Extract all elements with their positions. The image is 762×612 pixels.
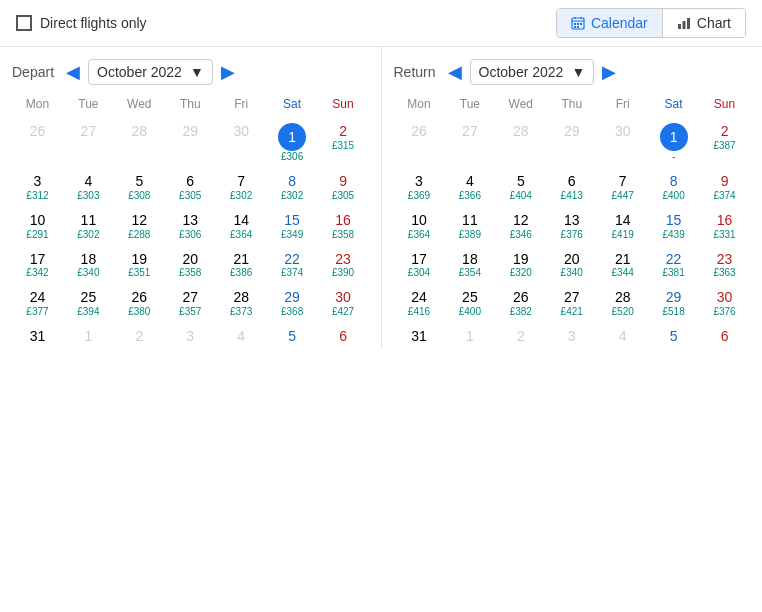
calendar-day[interactable]: 16£331 <box>699 208 750 245</box>
calendar-day[interactable]: 12£288 <box>114 208 165 245</box>
calendar-day[interactable]: 25£394 <box>63 285 114 322</box>
calendar-day[interactable]: 18£354 <box>444 247 495 284</box>
calendar-day[interactable]: 6£413 <box>546 169 597 206</box>
calendar-day[interactable]: 1- <box>648 119 699 167</box>
calendar-day[interactable]: 2£387 <box>699 119 750 167</box>
calendar-day[interactable]: 23£390 <box>318 247 369 284</box>
day-number: 29 <box>548 123 595 140</box>
day-number: 14 <box>599 212 646 229</box>
depart-next-month[interactable]: ▶ <box>219 61 237 83</box>
calendar-day[interactable]: 3£312 <box>12 169 63 206</box>
direct-flights-checkbox[interactable] <box>16 15 32 31</box>
calendar-day[interactable]: 3 <box>546 324 597 349</box>
calendar-day[interactable]: 27 <box>63 119 114 167</box>
calendar-day[interactable]: 1£306 <box>267 119 318 167</box>
calendar-day[interactable]: 11£302 <box>63 208 114 245</box>
calendar-day[interactable]: 18£340 <box>63 247 114 284</box>
calendar-day[interactable]: 27£421 <box>546 285 597 322</box>
return-prev-month[interactable]: ◀ <box>446 61 464 83</box>
calendar-day[interactable]: 17£304 <box>394 247 445 284</box>
calendar-day[interactable]: 19£351 <box>114 247 165 284</box>
calendar-day[interactable]: 21£344 <box>597 247 648 284</box>
calendar-day[interactable]: 15£439 <box>648 208 699 245</box>
calendar-day[interactable]: 31 <box>12 324 63 349</box>
calendar-day[interactable]: 11£389 <box>444 208 495 245</box>
calendar-day[interactable]: 16£358 <box>318 208 369 245</box>
calendar-day[interactable]: 2 <box>114 324 165 349</box>
day-number: 26 <box>497 289 544 306</box>
calendar-day[interactable]: 30£427 <box>318 285 369 322</box>
calendar-day[interactable]: 7£302 <box>216 169 267 206</box>
direct-flights-option[interactable]: Direct flights only <box>16 15 147 31</box>
calendar-day[interactable]: 2 <box>495 324 546 349</box>
calendar-day[interactable]: 30 <box>216 119 267 167</box>
calendar-day[interactable]: 30 <box>597 119 648 167</box>
calendar-day[interactable]: 3£369 <box>394 169 445 206</box>
depart-prev-month[interactable]: ◀ <box>64 61 82 83</box>
calendar-day[interactable]: 27 <box>444 119 495 167</box>
calendar-day[interactable]: 12£346 <box>495 208 546 245</box>
calendar-day[interactable]: 29£518 <box>648 285 699 322</box>
calendar-day[interactable]: 24£377 <box>12 285 63 322</box>
calendar-day[interactable]: 22£374 <box>267 247 318 284</box>
depart-month-select[interactable]: October 2022 ▼ <box>88 59 213 85</box>
calendar-day[interactable]: 9£305 <box>318 169 369 206</box>
calendar-day[interactable]: 1 <box>63 324 114 349</box>
calendar-day[interactable]: 4£303 <box>63 169 114 206</box>
calendar-view-button[interactable]: Calendar <box>557 9 663 37</box>
calendar-day[interactable]: 5£404 <box>495 169 546 206</box>
calendar-day[interactable]: 23£363 <box>699 247 750 284</box>
calendar-day[interactable]: 3 <box>165 324 216 349</box>
calendar-day[interactable]: 26£382 <box>495 285 546 322</box>
calendar-day[interactable]: 22£381 <box>648 247 699 284</box>
calendar-day[interactable]: 29£368 <box>267 285 318 322</box>
calendar-day[interactable]: 14£364 <box>216 208 267 245</box>
calendar-day[interactable]: 28£373 <box>216 285 267 322</box>
calendar-day[interactable]: 15£349 <box>267 208 318 245</box>
calendar-day[interactable]: 29 <box>546 119 597 167</box>
calendar-day[interactable]: 2£315 <box>318 119 369 167</box>
calendar-day[interactable]: 8£302 <box>267 169 318 206</box>
calendar-day[interactable]: 28£520 <box>597 285 648 322</box>
calendar-day[interactable]: 30£376 <box>699 285 750 322</box>
calendar-day[interactable]: 21£386 <box>216 247 267 284</box>
calendar-day[interactable]: 5£308 <box>114 169 165 206</box>
calendar-day[interactable]: 19£320 <box>495 247 546 284</box>
calendar-day[interactable]: 25£400 <box>444 285 495 322</box>
calendar-day[interactable]: 17£342 <box>12 247 63 284</box>
calendar-day[interactable]: 20£340 <box>546 247 597 284</box>
calendar-day[interactable]: 6 <box>699 324 750 349</box>
calendar-day[interactable]: 6£305 <box>165 169 216 206</box>
calendar-day[interactable]: 7£447 <box>597 169 648 206</box>
calendar-day[interactable]: 29 <box>165 119 216 167</box>
chart-view-button[interactable]: Chart <box>663 9 745 37</box>
calendar-day[interactable]: 4 <box>216 324 267 349</box>
calendar-day[interactable]: 6 <box>318 324 369 349</box>
calendar-day[interactable]: 10£291 <box>12 208 63 245</box>
calendar-day[interactable]: 28 <box>114 119 165 167</box>
return-month-select[interactable]: October 2022 ▼ <box>470 59 595 85</box>
calendar-day[interactable]: 8£400 <box>648 169 699 206</box>
calendar-day[interactable]: 5 <box>267 324 318 349</box>
calendar-day[interactable]: 31 <box>394 324 445 349</box>
calendar-day[interactable]: 9£374 <box>699 169 750 206</box>
calendar-day[interactable]: 26 <box>12 119 63 167</box>
calendar-day[interactable]: 5 <box>648 324 699 349</box>
calendar-day[interactable]: 13£376 <box>546 208 597 245</box>
calendar-day[interactable]: 1 <box>444 324 495 349</box>
day-price: £416 <box>396 306 443 318</box>
calendar-day[interactable]: 10£364 <box>394 208 445 245</box>
calendar-day[interactable]: 28 <box>495 119 546 167</box>
calendar-day[interactable]: 26£380 <box>114 285 165 322</box>
calendar-day[interactable]: 26 <box>394 119 445 167</box>
calendar-day[interactable]: 20£358 <box>165 247 216 284</box>
calendar-day[interactable]: 27£357 <box>165 285 216 322</box>
return-next-month[interactable]: ▶ <box>600 61 618 83</box>
calendar-day[interactable]: 4£366 <box>444 169 495 206</box>
calendar-day[interactable]: 13£306 <box>165 208 216 245</box>
svg-rect-7 <box>574 26 576 28</box>
calendar-day[interactable]: 14£419 <box>597 208 648 245</box>
day-price: £368 <box>269 306 316 318</box>
calendar-day[interactable]: 24£416 <box>394 285 445 322</box>
calendar-day[interactable]: 4 <box>597 324 648 349</box>
